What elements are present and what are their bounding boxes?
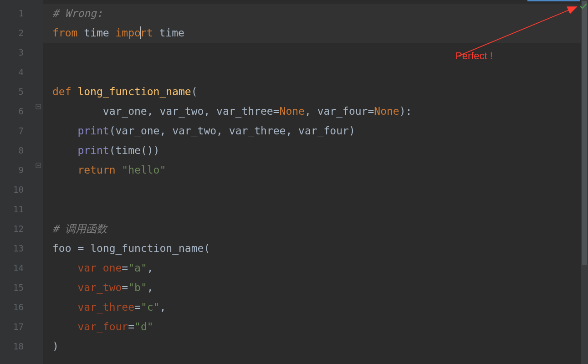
string-literal: "a" [128,262,147,274]
string-literal: "c" [141,301,160,313]
code-line[interactable] [43,200,588,219]
function-name: long_function_name [77,86,191,97]
kwarg-name: var_two [77,282,122,293]
code-line[interactable]: var_one="a", [43,258,588,278]
string-literal: "d" [134,321,153,333]
string-literal: "b" [128,282,147,293]
tab-accent [527,0,580,1]
parameter: var_one [103,105,147,117]
line-number[interactable]: 2 [0,23,34,43]
code-line[interactable]: # 调用函数 [43,219,588,239]
code-line[interactable]: var_two="b", [43,278,588,297]
code-line[interactable]: print(time()) [43,141,588,160]
line-number[interactable]: 11 [0,200,34,219]
code-line[interactable] [43,62,588,82]
line-number[interactable]: 9 [0,160,34,180]
line-number[interactable]: 8 [0,141,34,160]
line-number[interactable]: 12 [0,219,34,239]
builtin-print: print [77,144,109,156]
code-line[interactable] [43,43,588,62]
code-line[interactable] [43,180,588,200]
vertical-scrollbar[interactable] [581,0,588,364]
parameter: var_two [159,105,204,117]
line-number[interactable]: 14 [0,258,34,278]
fold-collapse-icon[interactable] [35,163,41,169]
text-caret [140,26,141,39]
code-line[interactable]: var_one, var_two, var_three=None, var_fo… [43,102,588,121]
line-number-gutter[interactable]: 1 2 3 4 5 6 7 8 9 10 11 12 13 14 15 16 1… [0,0,34,364]
code-line-current[interactable]: from time import time [43,23,588,43]
code-line[interactable]: def long_function_name( [43,82,588,102]
code-line[interactable]: foo = long_function_name( [43,239,588,258]
line-number[interactable]: 1 [0,4,34,23]
kwarg-name: var_three [77,301,134,313]
imported-name: time [159,27,184,39]
line-number[interactable]: 5 [0,82,34,102]
code-line[interactable]: print(var_one, var_two, var_three, var_f… [43,121,588,141]
line-number[interactable]: 17 [0,317,34,337]
kwarg-name: var_one [77,262,122,274]
parameter: var_four [317,105,368,117]
line-number[interactable]: 15 [0,278,34,297]
code-line[interactable]: # Wrong: [43,4,588,23]
none-literal: None [280,105,305,117]
module-name: time [84,27,109,39]
kwarg-name: var_four [77,321,128,333]
keyword-import: impo [116,27,141,39]
code-line[interactable]: var_four="d" [43,317,588,337]
variable: foo [52,242,72,254]
code-editor[interactable]: Perfect ! 1 2 3 4 5 6 7 8 9 10 11 12 13 … [0,0,588,364]
line-number[interactable]: 10 [0,180,34,200]
parameter: var_three [216,105,273,117]
code-line[interactable]: var_three="c", [43,297,588,317]
builtin-print: print [77,125,109,137]
line-number[interactable]: 16 [0,297,34,317]
inspection-check-icon[interactable] [580,3,587,12]
line-number[interactable]: 7 [0,121,34,141]
line-number[interactable]: 6 [0,102,34,121]
string-literal: "hello" [122,164,166,176]
function-call: long_function_name [90,242,204,254]
code-line[interactable]: ) [43,337,588,356]
code-content[interactable]: # Wrong: from time import time def long_… [43,0,588,364]
keyword-def: def [52,86,72,97]
call-time: time [116,144,141,156]
none-literal: None [374,105,399,117]
line-number[interactable]: 18 [0,337,34,356]
line-number[interactable]: 13 [0,239,34,258]
scrollbar-thumb[interactable] [582,1,587,265]
line-number[interactable]: 3 [0,43,34,62]
fold-gutter[interactable] [34,0,43,364]
fold-collapse-icon[interactable] [35,104,41,110]
code-line[interactable]: return "hello" [43,160,588,180]
comment-text: # 调用函数 [52,223,107,235]
line-number[interactable]: 4 [0,62,34,82]
keyword-return: return [77,164,115,176]
keyword-from: from [52,27,77,39]
comment-text: # Wrong: [52,7,103,19]
